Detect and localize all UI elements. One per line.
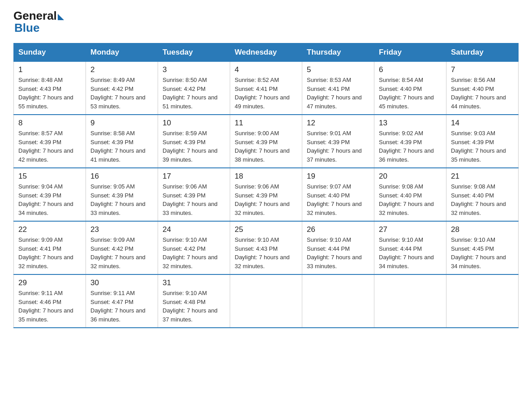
- calendar-cell: 26Sunrise: 9:10 AMSunset: 4:44 PMDayligh…: [302, 221, 374, 274]
- day-number: 7: [451, 65, 514, 74]
- page-header: General Blue: [13, 9, 519, 35]
- calendar-cell: 17Sunrise: 9:06 AMSunset: 4:39 PMDayligh…: [158, 168, 230, 221]
- calendar-cell: 7Sunrise: 8:56 AMSunset: 4:40 PMDaylight…: [446, 62, 519, 115]
- calendar-cell: 11Sunrise: 9:00 AMSunset: 4:39 PMDayligh…: [230, 115, 302, 168]
- day-number: 1: [18, 65, 81, 74]
- day-number: 3: [163, 65, 225, 74]
- calendar-cell: 27Sunrise: 9:10 AMSunset: 4:44 PMDayligh…: [374, 221, 446, 274]
- day-number: 17: [163, 172, 225, 181]
- calendar-table: SundayMondayTuesdayWednesdayThursdayFrid…: [13, 43, 519, 328]
- calendar-cell: 3Sunrise: 8:50 AMSunset: 4:42 PMDaylight…: [158, 62, 230, 115]
- day-info: Sunrise: 9:06 AMSunset: 4:39 PMDaylight:…: [163, 183, 218, 216]
- weekday-header-thursday: Thursday: [302, 43, 374, 62]
- calendar-cell: 2Sunrise: 8:49 AMSunset: 4:42 PMDaylight…: [86, 62, 158, 115]
- day-number: 19: [307, 172, 369, 181]
- day-number: 25: [235, 225, 297, 234]
- day-number: 22: [18, 225, 81, 234]
- weekday-header-tuesday: Tuesday: [158, 43, 230, 62]
- calendar-week-row: 22Sunrise: 9:09 AMSunset: 4:41 PMDayligh…: [14, 221, 519, 274]
- calendar-cell: 16Sunrise: 9:05 AMSunset: 4:39 PMDayligh…: [86, 168, 158, 221]
- day-number: 4: [235, 65, 297, 74]
- calendar-cell: 13Sunrise: 9:02 AMSunset: 4:39 PMDayligh…: [374, 115, 446, 168]
- weekday-header-sunday: Sunday: [14, 43, 86, 62]
- logo-arrow-icon: [58, 14, 64, 20]
- calendar-cell: 25Sunrise: 9:10 AMSunset: 4:43 PMDayligh…: [230, 221, 302, 274]
- calendar-week-row: 29Sunrise: 9:11 AMSunset: 4:46 PMDayligh…: [14, 274, 519, 328]
- logo-blue-text: Blue: [14, 21, 39, 35]
- day-info: Sunrise: 9:06 AMSunset: 4:39 PMDaylight:…: [235, 183, 290, 216]
- day-info: Sunrise: 9:10 AMSunset: 4:44 PMDaylight:…: [307, 236, 362, 270]
- calendar-cell: 19Sunrise: 9:07 AMSunset: 4:40 PMDayligh…: [302, 168, 374, 221]
- day-info: Sunrise: 9:10 AMSunset: 4:48 PMDaylight:…: [163, 290, 218, 323]
- day-info: Sunrise: 8:59 AMSunset: 4:39 PMDaylight:…: [163, 130, 218, 163]
- day-number: 9: [90, 119, 153, 128]
- calendar-cell: 24Sunrise: 9:10 AMSunset: 4:42 PMDayligh…: [158, 221, 230, 274]
- day-info: Sunrise: 8:54 AMSunset: 4:40 PMDaylight:…: [379, 77, 434, 110]
- calendar-week-row: 8Sunrise: 8:57 AMSunset: 4:39 PMDaylight…: [14, 115, 519, 168]
- calendar-cell: 12Sunrise: 9:01 AMSunset: 4:39 PMDayligh…: [302, 115, 374, 168]
- day-number: 27: [379, 225, 442, 234]
- calendar-cell: 6Sunrise: 8:54 AMSunset: 4:40 PMDaylight…: [374, 62, 446, 115]
- day-number: 29: [18, 278, 81, 287]
- calendar-cell: 10Sunrise: 8:59 AMSunset: 4:39 PMDayligh…: [158, 115, 230, 168]
- calendar-cell: [230, 274, 302, 328]
- day-info: Sunrise: 9:03 AMSunset: 4:39 PMDaylight:…: [451, 130, 506, 163]
- day-info: Sunrise: 8:50 AMSunset: 4:42 PMDaylight:…: [163, 77, 218, 110]
- day-info: Sunrise: 9:09 AMSunset: 4:42 PMDaylight:…: [90, 236, 146, 270]
- day-info: Sunrise: 9:10 AMSunset: 4:42 PMDaylight:…: [163, 236, 218, 270]
- weekday-header-row: SundayMondayTuesdayWednesdayThursdayFrid…: [14, 43, 519, 62]
- weekday-header-wednesday: Wednesday: [230, 43, 302, 62]
- calendar-cell: 8Sunrise: 8:57 AMSunset: 4:39 PMDaylight…: [14, 115, 86, 168]
- calendar-cell: 21Sunrise: 9:08 AMSunset: 4:40 PMDayligh…: [446, 168, 519, 221]
- calendar-week-row: 1Sunrise: 8:48 AMSunset: 4:43 PMDaylight…: [14, 62, 519, 115]
- day-number: 15: [18, 172, 81, 181]
- day-info: Sunrise: 9:10 AMSunset: 4:43 PMDaylight:…: [235, 236, 290, 270]
- day-number: 10: [163, 119, 225, 128]
- day-info: Sunrise: 9:10 AMSunset: 4:44 PMDaylight:…: [379, 236, 434, 270]
- calendar-cell: 1Sunrise: 8:48 AMSunset: 4:43 PMDaylight…: [14, 62, 86, 115]
- day-number: 6: [379, 65, 442, 74]
- day-number: 21: [451, 172, 514, 181]
- calendar-cell: [302, 274, 374, 328]
- day-info: Sunrise: 9:04 AMSunset: 4:39 PMDaylight:…: [18, 183, 73, 216]
- day-number: 26: [307, 225, 369, 234]
- day-info: Sunrise: 8:49 AMSunset: 4:42 PMDaylight:…: [90, 77, 146, 110]
- day-number: 8: [18, 119, 81, 128]
- day-number: 16: [90, 172, 153, 181]
- weekday-header-friday: Friday: [374, 43, 446, 62]
- day-number: 20: [379, 172, 442, 181]
- calendar-cell: [374, 274, 446, 328]
- calendar-cell: 22Sunrise: 9:09 AMSunset: 4:41 PMDayligh…: [14, 221, 86, 274]
- day-info: Sunrise: 9:10 AMSunset: 4:45 PMDaylight:…: [451, 236, 506, 270]
- day-number: 14: [451, 119, 514, 128]
- calendar-cell: 15Sunrise: 9:04 AMSunset: 4:39 PMDayligh…: [14, 168, 86, 221]
- calendar-cell: 28Sunrise: 9:10 AMSunset: 4:45 PMDayligh…: [446, 221, 519, 274]
- day-info: Sunrise: 9:00 AMSunset: 4:39 PMDaylight:…: [235, 130, 290, 163]
- day-info: Sunrise: 8:48 AMSunset: 4:43 PMDaylight:…: [18, 77, 73, 110]
- day-info: Sunrise: 9:11 AMSunset: 4:46 PMDaylight:…: [18, 290, 73, 323]
- day-info: Sunrise: 9:08 AMSunset: 4:40 PMDaylight:…: [379, 183, 434, 216]
- day-info: Sunrise: 8:52 AMSunset: 4:41 PMDaylight:…: [235, 77, 290, 110]
- calendar-cell: 4Sunrise: 8:52 AMSunset: 4:41 PMDaylight…: [230, 62, 302, 115]
- calendar-cell: 20Sunrise: 9:08 AMSunset: 4:40 PMDayligh…: [374, 168, 446, 221]
- day-number: 23: [90, 225, 153, 234]
- day-number: 2: [90, 65, 153, 74]
- calendar-week-row: 15Sunrise: 9:04 AMSunset: 4:39 PMDayligh…: [14, 168, 519, 221]
- day-number: 30: [90, 278, 153, 287]
- day-info: Sunrise: 9:05 AMSunset: 4:39 PMDaylight:…: [90, 183, 146, 216]
- weekday-header-saturday: Saturday: [446, 43, 519, 62]
- day-info: Sunrise: 8:53 AMSunset: 4:41 PMDaylight:…: [307, 77, 362, 110]
- day-number: 11: [235, 119, 297, 128]
- logo: General Blue: [13, 9, 64, 35]
- day-info: Sunrise: 9:02 AMSunset: 4:39 PMDaylight:…: [379, 130, 434, 163]
- day-info: Sunrise: 9:01 AMSunset: 4:39 PMDaylight:…: [307, 130, 362, 163]
- calendar-cell: 23Sunrise: 9:09 AMSunset: 4:42 PMDayligh…: [86, 221, 158, 274]
- day-info: Sunrise: 9:11 AMSunset: 4:47 PMDaylight:…: [90, 290, 146, 323]
- day-number: 18: [235, 172, 297, 181]
- day-number: 13: [379, 119, 442, 128]
- calendar-cell: 14Sunrise: 9:03 AMSunset: 4:39 PMDayligh…: [446, 115, 519, 168]
- day-number: 12: [307, 119, 369, 128]
- day-info: Sunrise: 9:07 AMSunset: 4:40 PMDaylight:…: [307, 183, 362, 216]
- calendar-cell: 30Sunrise: 9:11 AMSunset: 4:47 PMDayligh…: [86, 274, 158, 328]
- calendar-cell: 5Sunrise: 8:53 AMSunset: 4:41 PMDaylight…: [302, 62, 374, 115]
